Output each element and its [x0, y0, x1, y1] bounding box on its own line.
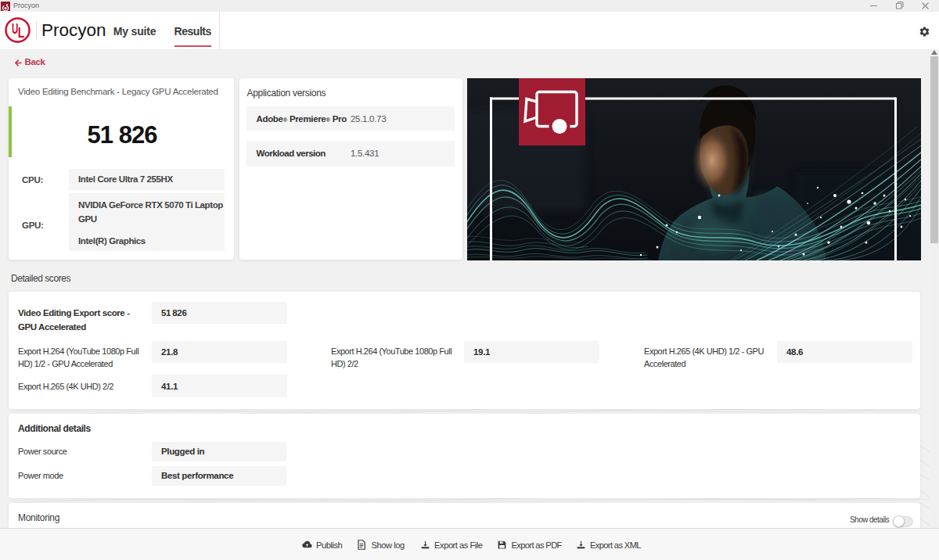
svg-text:L: L [18, 25, 25, 41]
svg-text:U: U [12, 20, 18, 37]
